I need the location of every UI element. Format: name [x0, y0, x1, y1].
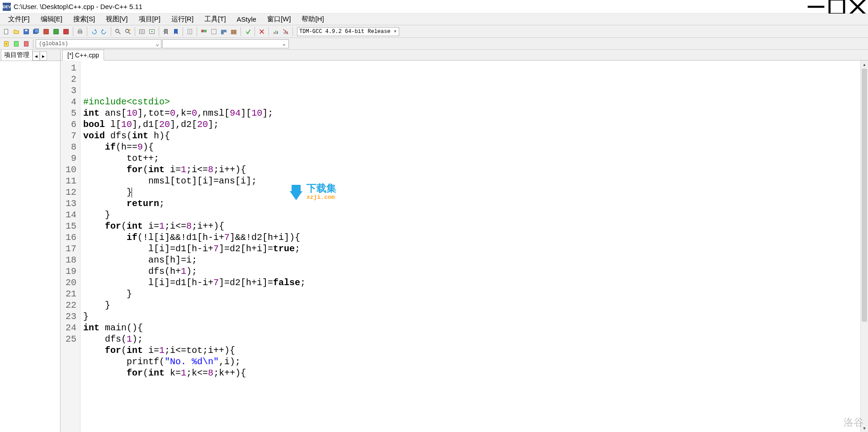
svg-rect-41 [284, 32, 285, 33]
print-button[interactable] [75, 27, 85, 36]
line-gutter: 1234567891011121314151617181920212223242… [61, 61, 80, 432]
menu-item[interactable]: AStyle [231, 14, 262, 24]
code-line: } [83, 209, 860, 221]
sidebar-body [0, 61, 60, 432]
code-line: l[i]=d1[h-i+7]=d2[h+i]=false; [83, 277, 860, 288]
goto-bookmark-button[interactable] [161, 27, 170, 36]
svg-rect-39 [275, 30, 276, 34]
code-line: printf("No. %d\n",i); [83, 356, 860, 367]
sidebar: 项目管理 ◄ ► [0, 50, 61, 432]
compile-current-button[interactable] [219, 27, 228, 36]
menu-item[interactable]: 文件[F] [3, 14, 35, 25]
goto-line-button[interactable] [185, 27, 194, 36]
svg-rect-29 [222, 30, 223, 32]
code-line: for(int i=1;i<=tot;i++){ [83, 345, 860, 356]
toolbar-main: TDM-GCC 4.9.2 64-bit Release [0, 25, 868, 38]
svg-rect-11 [64, 29, 69, 34]
open-file-button[interactable] [12, 27, 21, 36]
editor-tab[interactable]: [*] C++.cpp [62, 50, 104, 61]
svg-rect-31 [222, 32, 223, 34]
delete-profile-button[interactable] [281, 27, 290, 36]
code-line: } [83, 300, 860, 311]
run-button[interactable] [147, 27, 156, 36]
svg-rect-34 [231, 32, 233, 34]
svg-point-18 [129, 29, 131, 31]
svg-rect-40 [277, 31, 278, 34]
maximize-button[interactable] [826, 0, 847, 14]
code-line: } [83, 288, 860, 300]
members-dropdown[interactable] [162, 39, 289, 48]
svg-rect-1 [830, 0, 844, 14]
toolbar-classes: (globals) [0, 38, 868, 50]
svg-rect-33 [234, 30, 236, 32]
compile-button[interactable] [137, 27, 146, 36]
code-line: void dfs(int h){ [83, 130, 860, 141]
svg-rect-10 [54, 29, 59, 34]
profile-analysis-button[interactable] [271, 27, 280, 36]
sidebar-tab-prev[interactable]: ◄ [33, 52, 40, 61]
code-line: for(int i=1;i<=8;i++){ [83, 164, 860, 175]
code-line: } [83, 187, 860, 198]
compile-run-button[interactable] [199, 27, 208, 36]
svg-rect-48 [14, 41, 19, 46]
svg-rect-26 [202, 30, 203, 32]
svg-rect-32 [231, 30, 233, 32]
svg-point-14 [116, 29, 119, 32]
code-line: for(int i=1;i<=8;i++){ [83, 221, 860, 232]
redo-button[interactable] [99, 27, 108, 36]
menu-item[interactable]: 编辑[E] [35, 14, 68, 25]
save-all-button[interactable] [32, 27, 41, 36]
title-bar: DEV C:\User. \Desktop\C++.cpp - Dev-C++ … [0, 0, 868, 14]
toggle-button[interactable] [22, 39, 31, 48]
close-button[interactable] [847, 0, 868, 14]
app-icon: DEV [3, 3, 11, 11]
svg-line-17 [128, 32, 130, 33]
undo-button[interactable] [90, 27, 99, 36]
replace-button[interactable] [123, 27, 132, 36]
menu-item[interactable]: 项目[P] [133, 14, 166, 25]
close-all-button[interactable] [61, 27, 71, 36]
stop-execution-button[interactable] [257, 27, 266, 36]
code-line: if(!l[i]&&!d1[h-i+7]&&!d2[h+i]){ [83, 232, 860, 243]
toggle-bookmark-button[interactable] [171, 27, 180, 36]
code-line: int ans[10],tot=0,k=0,nmsl[94][10]; [83, 108, 860, 119]
insert-button[interactable] [12, 39, 21, 48]
menu-item[interactable]: 窗口[W] [262, 14, 297, 25]
code-editor[interactable]: #include<cstdio>int ans[10],tot=0,k=0,nm… [80, 61, 860, 432]
new-file-button[interactable] [2, 27, 11, 36]
sidebar-tab-next[interactable]: ► [40, 52, 47, 61]
compiler-select[interactable]: TDM-GCC 4.9.2 64-bit Release [297, 27, 399, 36]
code-line: ans[h]=i; [83, 254, 860, 266]
code-line: bool l[10],d1[20],d2[20]; [83, 119, 860, 130]
menu-item[interactable]: 工具[T] [199, 14, 231, 25]
svg-rect-13 [79, 29, 81, 31]
code-line: return; [83, 198, 860, 209]
minimize-button[interactable] [806, 0, 826, 14]
menu-item[interactable]: 搜索[S] [68, 14, 100, 25]
window-title: C:\User. \Desktop\C++.cpp - Dev-C++ 5.11 [14, 3, 142, 10]
syntax-check-button[interactable] [229, 27, 238, 36]
debug-button[interactable] [243, 27, 252, 36]
scrollbar-thumb[interactable] [862, 69, 867, 322]
globals-dropdown[interactable]: (globals) [36, 39, 161, 48]
vertical-scrollbar[interactable]: ▲ ▼ [860, 61, 868, 432]
new-class-button[interactable] [2, 39, 11, 48]
save-as-button[interactable] [42, 27, 51, 36]
menu-bar: 文件[F]编辑[E]搜索[S]视图[V]项目[P]运行[R]工具[T]AStyl… [0, 14, 868, 25]
svg-rect-49 [24, 41, 28, 46]
code-line: nmsl[tot][i]=ans[i]; [83, 175, 860, 187]
menu-item[interactable]: 帮助[H] [296, 14, 329, 25]
svg-rect-12 [78, 31, 82, 33]
svg-rect-6 [25, 29, 27, 31]
svg-rect-19 [140, 29, 145, 33]
find-button[interactable] [113, 27, 123, 36]
menu-item[interactable]: 运行[R] [166, 14, 199, 25]
svg-rect-27 [204, 30, 206, 32]
close-file-button[interactable] [52, 27, 61, 36]
save-button[interactable] [22, 27, 31, 36]
sidebar-tab-project[interactable]: 项目管理 [1, 50, 33, 61]
rebuild-button[interactable] [209, 27, 218, 36]
svg-rect-4 [5, 29, 8, 34]
menu-item[interactable]: 视图[V] [100, 14, 133, 25]
code-line: if(h==9){ [83, 141, 860, 153]
